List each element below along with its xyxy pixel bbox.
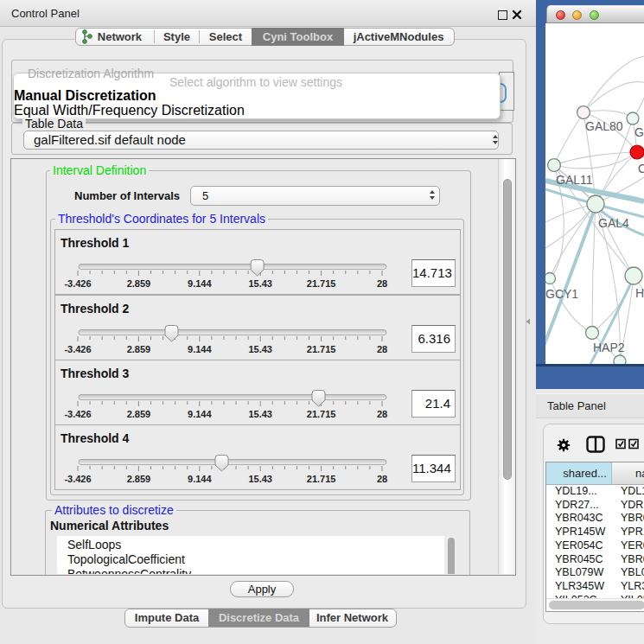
svg-text:GAL80: GAL80 — [585, 119, 623, 133]
svg-text:15.43: 15.43 — [248, 409, 272, 419]
svg-text:15.43: 15.43 — [248, 474, 272, 484]
svg-text:-3.426: -3.426 — [64, 474, 91, 484]
svg-text:GAL4: GAL4 — [598, 216, 629, 230]
svg-text:-3.426: -3.426 — [64, 278, 91, 289]
svg-text:28: 28 — [377, 344, 387, 354]
svg-text:21.715: 21.715 — [307, 344, 336, 354]
svg-text:9.144: 9.144 — [188, 278, 212, 289]
svg-text:9.144: 9.144 — [188, 474, 212, 484]
svg-text:28: 28 — [377, 474, 387, 484]
svg-text:C: C — [638, 162, 644, 175]
svg-text:2.859: 2.859 — [127, 474, 151, 484]
svg-text:21.715: 21.715 — [307, 278, 336, 289]
svg-text:15.43: 15.43 — [248, 344, 272, 354]
svg-text:9.144: 9.144 — [188, 344, 212, 354]
svg-text:GCY1: GCY1 — [545, 287, 578, 301]
svg-text:15.43: 15.43 — [248, 278, 272, 289]
svg-text:21.715: 21.715 — [307, 409, 336, 419]
svg-text:-3.426: -3.426 — [64, 344, 91, 354]
svg-text:28: 28 — [377, 409, 387, 419]
svg-text:9.144: 9.144 — [188, 409, 212, 419]
svg-text:28: 28 — [377, 278, 387, 289]
svg-text:2.859: 2.859 — [127, 409, 151, 419]
svg-text:H: H — [635, 286, 644, 300]
svg-text:-3.426: -3.426 — [64, 409, 91, 419]
svg-text:2.859: 2.859 — [127, 344, 151, 354]
svg-text:2.859: 2.859 — [127, 278, 151, 289]
svg-text:21.715: 21.715 — [307, 474, 336, 484]
svg-text:HAP2: HAP2 — [593, 341, 625, 354]
svg-text:GAL11: GAL11 — [556, 173, 593, 187]
svg-text:GA: GA — [634, 125, 644, 139]
